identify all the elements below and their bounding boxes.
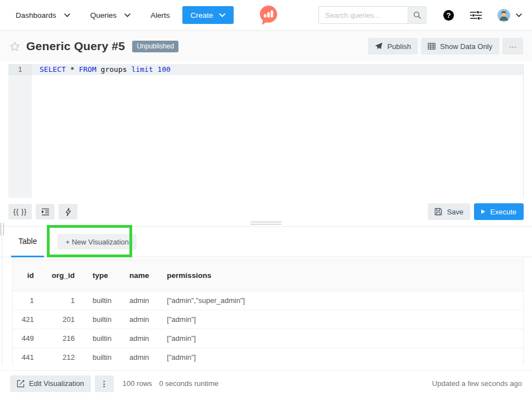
publish-button[interactable]: Publish: [368, 38, 418, 55]
column-header-type[interactable]: type: [84, 260, 120, 291]
runtime: 0 seconds runtime: [159, 379, 219, 388]
navbar-right-group: ?: [318, 6, 522, 24]
parameters-braces-label: {{ }}: [13, 208, 27, 216]
editor-gutter: [8, 64, 32, 198]
favorite-star-icon[interactable]: [9, 41, 21, 52]
header-actions: Publish Show Data Only ···: [368, 38, 523, 55]
cell-permissions: ["admin","super_admin"]: [158, 291, 523, 310]
chevron-down-icon: [64, 13, 70, 17]
publish-button-label: Publish: [387, 42, 411, 51]
more-actions-button[interactable]: ···: [502, 38, 523, 55]
status-badge: Unpublished: [132, 41, 178, 52]
cell-name: admin: [120, 291, 158, 310]
help-icon: ?: [447, 11, 451, 19]
column-header-name[interactable]: name: [120, 260, 158, 291]
schema-resize-handle[interactable]: [1, 223, 4, 236]
table-header-row: id org_id type name permissions: [13, 260, 523, 291]
sql-text: groups: [96, 65, 132, 74]
search-input[interactable]: [318, 6, 408, 24]
visualization-tabs: Table + New Visualization: [0, 227, 532, 257]
cell-type: builtin: [84, 291, 120, 310]
sql-code-line: SELECT * FROM groups limit 100: [32, 64, 171, 75]
cell-id: 441: [13, 348, 43, 366]
sql-keyword: limit: [131, 65, 153, 74]
cell-name: admin: [120, 348, 158, 366]
column-header-id[interactable]: id: [13, 260, 43, 291]
cell-org-id: 212: [43, 348, 84, 366]
cell-type: builtin: [84, 329, 120, 348]
query-header: Generic Query #5 Unpublished Publish Sho…: [0, 31, 532, 62]
save-button[interactable]: Save: [428, 203, 470, 220]
nav-dashboards[interactable]: Dashboards: [16, 11, 70, 19]
table-row: 449 216 builtin admin ["admin"]: [13, 329, 523, 348]
create-button[interactable]: Create: [182, 6, 234, 24]
create-button-label: Create: [191, 11, 214, 19]
horizontal-resize-handle[interactable]: [250, 222, 282, 224]
execute-button-label: Execute: [490, 208, 516, 216]
cell-name: admin: [120, 329, 158, 348]
rows-count: 100 rows: [123, 379, 152, 388]
edit-pencil-icon: [17, 380, 25, 388]
cell-org-id: 1: [43, 291, 84, 310]
cell-permissions: ["admin"]: [158, 348, 523, 366]
format-indent-icon: [41, 208, 50, 216]
publish-send-icon: [375, 42, 383, 50]
help-button[interactable]: ?: [443, 10, 454, 21]
kebab-icon: ⋮: [100, 379, 108, 388]
top-navbar: Dashboards Queries Alerts Create: [0, 0, 532, 31]
lightning-bolt-icon: [65, 208, 71, 216]
table-row: 421 201 builtin admin ["admin"]: [13, 310, 523, 329]
new-visualization-button[interactable]: + New Visualization: [57, 234, 137, 250]
column-header-org-id[interactable]: org_id: [43, 260, 84, 291]
ellipsis-icon: ···: [509, 42, 516, 51]
bottom-bar: Edit Visualization ⋮ 100 rows 0 seconds …: [0, 370, 532, 396]
floppy-save-icon: [434, 208, 442, 216]
redash-logo-icon[interactable]: [259, 5, 278, 26]
edit-visualization-button[interactable]: Edit Visualization: [10, 375, 91, 392]
cell-org-id: 216: [43, 329, 84, 348]
cell-type: builtin: [84, 310, 120, 329]
schema-splitter-line: [2, 229, 2, 365]
chevron-down-icon: [219, 13, 225, 17]
nav-queries-label: Queries: [90, 11, 117, 19]
cell-name: admin: [120, 310, 158, 329]
sql-editor[interactable]: 1 SELECT * FROM groups limit 100: [8, 64, 524, 198]
sql-keyword: SELECT: [40, 65, 66, 74]
chevron-down-icon: [124, 13, 130, 17]
editor-toolbar: {{ }} Save Execute: [8, 203, 524, 220]
cell-id: 449: [13, 329, 43, 348]
nav-dashboards-label: Dashboards: [16, 11, 56, 19]
user-menu[interactable]: [497, 9, 522, 22]
last-updated-text: Updated a few seconds ago: [432, 379, 522, 388]
tab-table[interactable]: Table: [11, 227, 44, 257]
cell-permissions: ["admin"]: [158, 310, 523, 329]
cell-permissions: ["admin"]: [158, 329, 523, 348]
sql-number: 100: [153, 65, 171, 74]
query-run-metadata: 100 rows 0 seconds runtime: [123, 379, 219, 388]
page-title: Generic Query #5: [26, 40, 125, 53]
cell-type: builtin: [84, 348, 120, 366]
search-button[interactable]: [408, 6, 427, 24]
sql-text: *: [66, 65, 79, 74]
results-table: id org_id type name permissions 1 1 buil…: [13, 260, 523, 365]
tab-table-label: Table: [18, 237, 37, 246]
format-query-button[interactable]: [36, 204, 55, 219]
line-number: 1: [8, 64, 32, 75]
table-row: 441 212 builtin admin ["admin"]: [13, 348, 523, 366]
visualization-menu-button[interactable]: ⋮: [95, 375, 114, 392]
settings-sliders-button[interactable]: [470, 11, 482, 20]
execute-button[interactable]: Execute: [474, 203, 524, 220]
nav-queries[interactable]: Queries: [90, 11, 130, 19]
search-icon: [413, 11, 421, 19]
table-grid-icon: [428, 42, 436, 50]
show-data-only-button[interactable]: Show Data Only: [421, 38, 499, 55]
autocomplete-toggle-button[interactable]: [59, 204, 78, 219]
cell-id: 421: [13, 310, 43, 329]
edit-visualization-label: Edit Visualization: [29, 379, 84, 388]
column-header-permissions[interactable]: permissions: [158, 260, 523, 291]
save-button-label: Save: [447, 208, 463, 216]
nav-alerts[interactable]: Alerts: [151, 11, 170, 19]
query-parameters-button[interactable]: {{ }}: [8, 204, 32, 219]
table-row: 1 1 builtin admin ["admin","super_admin"…: [13, 291, 523, 310]
chevron-down-icon: [516, 13, 522, 17]
